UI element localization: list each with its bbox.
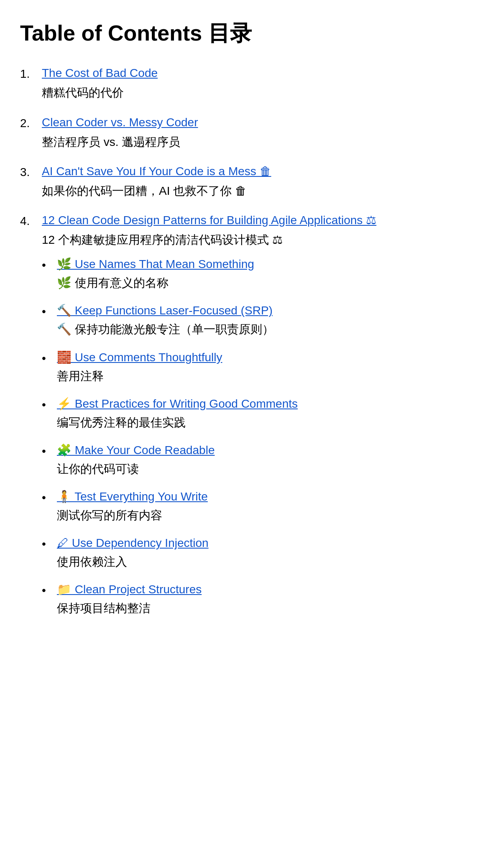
toc-list: 1.The Cost of Bad Code糟糕代码的代价2.Clean Cod…: [20, 64, 473, 627]
bullet-dot: •: [42, 442, 50, 460]
sub-content: 🧩 Make Your Code Readable让你的代码可读: [57, 442, 473, 477]
sub-item: •📁 Clean Project Structures保持项目结构整洁: [42, 581, 473, 616]
bullet-dot: •: [42, 302, 50, 320]
sub-translation: 编写优秀注释的最佳实践: [57, 414, 473, 431]
toc-number: 2.: [20, 114, 35, 132]
sub-link-1[interactable]: 🔨 Keep Functions Laser-Focused (SRP): [57, 304, 273, 317]
sub-content: 🌿 Use Names That Mean Something🌿 使用有意义的名…: [57, 255, 473, 291]
page-title: Table of Contents 目录: [20, 20, 473, 46]
toc-number: 1.: [20, 64, 35, 83]
toc-item: 2.Clean Coder vs. Messy Coder整洁程序员 vs. 邋…: [20, 114, 473, 150]
sub-link-2[interactable]: 🧱 Use Comments Thoughtfully: [57, 351, 222, 364]
sub-content: 📁 Clean Project Structures保持项目结构整洁: [57, 581, 473, 616]
sub-content: 🧱 Use Comments Thoughtfully善用注释: [57, 349, 473, 384]
toc-content: 12 Clean Code Design Patterns for Buildi…: [42, 212, 473, 628]
sub-item: •🔨 Keep Functions Laser-Focused (SRP)🔨 保…: [42, 302, 473, 337]
bullet-dot: •: [42, 349, 50, 367]
sub-item: •🖊 Use Dependency Injection使用依赖注入: [42, 534, 473, 570]
toc-translation: 糟糕代码的代价: [42, 84, 473, 101]
sub-link-0[interactable]: 🌿 Use Names That Mean Something: [57, 258, 254, 271]
bullet-dot: •: [42, 581, 50, 599]
toc-number: 4.: [20, 212, 35, 230]
sub-link-4[interactable]: 🧩 Make Your Code Readable: [57, 444, 215, 457]
toc-item: 3.AI Can't Save You If Your Code is a Me…: [20, 163, 473, 199]
bullet-dot: •: [42, 488, 50, 506]
bullet-dot: •: [42, 255, 50, 274]
toc-item: 4.12 Clean Code Design Patterns for Buil…: [20, 212, 473, 628]
toc-link-2[interactable]: Clean Coder vs. Messy Coder: [42, 116, 198, 129]
sub-link-3[interactable]: ⚡ Best Practices for Writing Good Commen…: [57, 397, 298, 410]
toc-content: The Cost of Bad Code糟糕代码的代价: [42, 64, 473, 101]
sub-link-6[interactable]: 🖊 Use Dependency Injection: [57, 536, 209, 549]
sub-translation: 善用注释: [57, 368, 473, 384]
sub-item: •🌿 Use Names That Mean Something🌿 使用有意义的…: [42, 255, 473, 291]
sub-translation: 测试你写的所有内容: [57, 507, 473, 523]
sub-translation: 保持项目结构整洁: [57, 600, 473, 616]
toc-translation: 如果你的代码一团糟，AI 也救不了你 🗑: [42, 183, 473, 199]
sub-content: 🧍 Test Everything You Write测试你写的所有内容: [57, 488, 473, 523]
sub-item: •⚡ Best Practices for Writing Good Comme…: [42, 395, 473, 431]
toc-translation: 12 个构建敏捷应用程序的清洁代码设计模式 ⚖: [42, 232, 473, 248]
sub-translation: 🔨 保持功能激光般专注（单一职责原则）: [57, 321, 473, 337]
sub-item: •🧍 Test Everything You Write测试你写的所有内容: [42, 488, 473, 523]
sub-item: •🧩 Make Your Code Readable让你的代码可读: [42, 442, 473, 477]
sub-translation: 让你的代码可读: [57, 461, 473, 477]
sub-content: ⚡ Best Practices for Writing Good Commen…: [57, 395, 473, 431]
toc-content: AI Can't Save You If Your Code is a Mess…: [42, 163, 473, 199]
sub-list: •🌿 Use Names That Mean Something🌿 使用有意义的…: [42, 255, 473, 617]
toc-link-3[interactable]: AI Can't Save You If Your Code is a Mess…: [42, 165, 271, 178]
sub-translation: 🌿 使用有意义的名称: [57, 275, 473, 291]
toc-number: 3.: [20, 163, 35, 181]
sub-content: 🖊 Use Dependency Injection使用依赖注入: [57, 534, 473, 570]
toc-link-1[interactable]: The Cost of Bad Code: [42, 66, 158, 79]
bullet-dot: •: [42, 395, 50, 414]
sub-item: •🧱 Use Comments Thoughtfully善用注释: [42, 349, 473, 384]
toc-translation: 整洁程序员 vs. 邋遢程序员: [42, 134, 473, 150]
toc-item: 1.The Cost of Bad Code糟糕代码的代价: [20, 64, 473, 101]
sub-translation: 使用依赖注入: [57, 554, 473, 570]
toc-link-4[interactable]: 12 Clean Code Design Patterns for Buildi…: [42, 214, 376, 227]
sub-content: 🔨 Keep Functions Laser-Focused (SRP)🔨 保持…: [57, 302, 473, 337]
sub-link-5[interactable]: 🧍 Test Everything You Write: [57, 490, 208, 503]
sub-link-7[interactable]: 📁 Clean Project Structures: [57, 583, 202, 596]
toc-content: Clean Coder vs. Messy Coder整洁程序员 vs. 邋遢程…: [42, 114, 473, 150]
bullet-dot: •: [42, 534, 50, 553]
